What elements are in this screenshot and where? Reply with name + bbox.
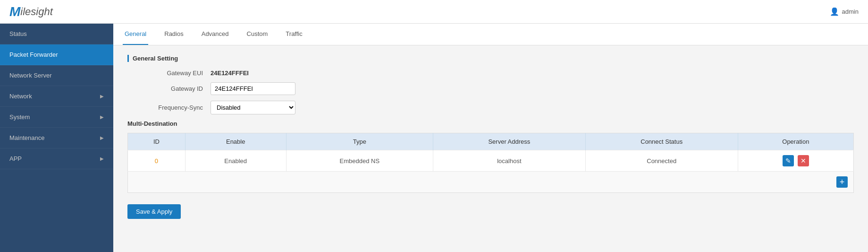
- tab-radios[interactable]: Radios: [162, 24, 185, 45]
- gateway-eui-label: Gateway EUI: [127, 70, 203, 77]
- chevron-right-icon: ▶: [100, 135, 104, 140]
- tab-traffic[interactable]: Traffic: [284, 24, 304, 45]
- main-layout: Status Packet Forwarder Network Server N…: [0, 24, 868, 252]
- sidebar-item-packet-forwarder[interactable]: Packet Forwarder: [0, 44, 113, 65]
- sidebar-item-system[interactable]: System ▶: [0, 107, 113, 128]
- sidebar-item-network-server[interactable]: Network Server: [0, 65, 113, 86]
- chevron-right-icon: ▶: [100, 156, 104, 161]
- sidebar-item-label: Maintenance: [9, 134, 44, 141]
- add-row-cell: +: [128, 172, 854, 193]
- table-add-row: +: [128, 172, 854, 193]
- content-area: General Radios Advanced Custom Traffic G…: [113, 24, 868, 252]
- gateway-eui-row: Gateway EUI 24E124FFFEI: [127, 70, 854, 77]
- chevron-right-icon: ▶: [100, 94, 104, 99]
- sidebar-item-network[interactable]: Network ▶: [0, 86, 113, 107]
- admin-area: 👤 admin: [830, 7, 859, 16]
- logo-icon: M: [9, 4, 20, 19]
- sidebar-item-label: APP: [9, 155, 22, 162]
- row-id: 0: [128, 150, 185, 172]
- sidebar-item-label: Packet Forwarder: [9, 51, 58, 58]
- sidebar-item-label: Network Server: [9, 72, 52, 79]
- col-connect-status: Connect Status: [585, 133, 738, 150]
- header: M ilesight 👤 admin: [0, 0, 868, 24]
- frequency-sync-label: Frequency-Sync: [127, 104, 203, 111]
- col-operation: Operation: [738, 133, 853, 150]
- tab-advanced[interactable]: Advanced: [200, 24, 231, 45]
- row-server-address: localhost: [433, 150, 585, 172]
- sidebar-item-maintenance[interactable]: Maintenance ▶: [0, 128, 113, 148]
- add-button[interactable]: +: [836, 176, 848, 188]
- user-icon: 👤: [830, 7, 839, 16]
- multi-destination-table: ID Enable Type Server Address Connect St…: [127, 133, 854, 193]
- tab-custom[interactable]: Custom: [245, 24, 270, 45]
- table-header-row: ID Enable Type Server Address Connect St…: [128, 133, 854, 150]
- sidebar: Status Packet Forwarder Network Server N…: [0, 24, 113, 252]
- sidebar-item-label: Status: [9, 30, 27, 37]
- col-id: ID: [128, 133, 185, 150]
- logo-text: ilesight: [20, 6, 52, 18]
- delete-button[interactable]: ✕: [798, 155, 809, 166]
- chevron-right-icon: ▶: [100, 114, 104, 120]
- save-apply-button[interactable]: Save & Apply: [127, 204, 181, 219]
- sidebar-item-status[interactable]: Status: [0, 24, 113, 44]
- content-body: General Setting Gateway EUI 24E124FFFEI …: [113, 45, 868, 228]
- tab-bar: General Radios Advanced Custom Traffic: [113, 24, 868, 45]
- edit-button[interactable]: ✎: [783, 155, 794, 166]
- gateway-id-row: Gateway ID: [127, 82, 854, 95]
- gateway-eui-value: 24E124FFFEI: [211, 70, 249, 77]
- tab-general[interactable]: General: [123, 24, 148, 45]
- row-enable: Enabled: [185, 150, 286, 172]
- row-type: Embedded NS: [286, 150, 433, 172]
- sidebar-item-label: System: [9, 113, 30, 121]
- col-type: Type: [286, 133, 433, 150]
- frequency-sync-select[interactable]: Disabled Enabled: [211, 101, 295, 114]
- row-connect-status: Connected: [585, 150, 738, 172]
- table-row: 0 Enabled Embedded NS localhost Connecte…: [128, 150, 854, 172]
- gateway-id-input[interactable]: [211, 82, 295, 95]
- logo: M ilesight: [9, 4, 53, 19]
- frequency-sync-row: Frequency-Sync Disabled Enabled: [127, 101, 854, 114]
- sidebar-item-label: Network: [9, 93, 32, 100]
- row-operations: ✎ ✕: [738, 150, 853, 172]
- multi-destination-title: Multi-Destination: [127, 120, 854, 127]
- sidebar-item-app[interactable]: APP ▶: [0, 148, 113, 169]
- admin-label: admin: [842, 8, 859, 15]
- general-setting-title: General Setting: [127, 55, 854, 62]
- col-enable: Enable: [185, 133, 286, 150]
- gateway-id-label: Gateway ID: [127, 85, 203, 92]
- col-server-address: Server Address: [433, 133, 585, 150]
